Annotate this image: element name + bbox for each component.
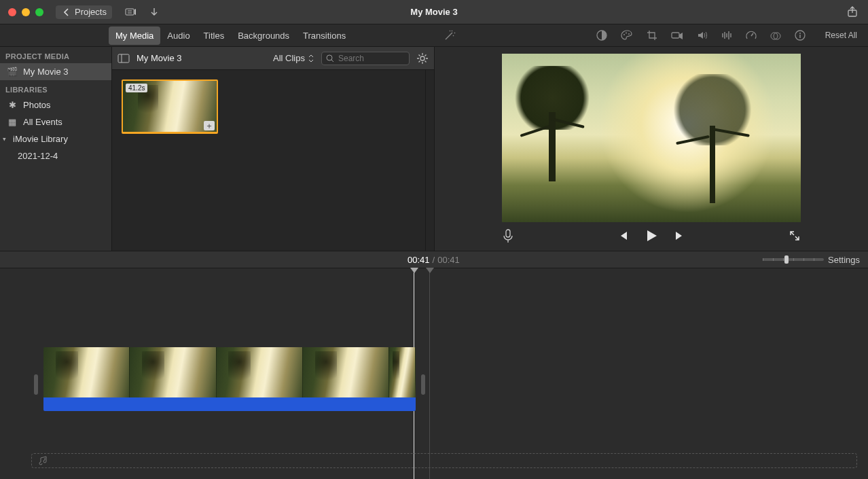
volume-button[interactable] bbox=[696, 29, 708, 41]
sidebar-item-label: Photos bbox=[23, 100, 50, 110]
svg-point-3 bbox=[623, 34, 625, 35]
info-icon bbox=[794, 29, 806, 41]
svg-point-13 bbox=[420, 56, 424, 60]
skip-forward-icon bbox=[674, 230, 686, 242]
tab-my-media[interactable]: My Media bbox=[109, 26, 160, 45]
speed-button[interactable] bbox=[745, 29, 757, 41]
zoom-controls: Settings bbox=[763, 255, 868, 265]
updown-chevron-icon bbox=[308, 54, 314, 63]
back-to-projects-button[interactable]: Projects bbox=[56, 5, 112, 19]
back-label: Projects bbox=[75, 7, 107, 17]
clip-browser: My Movie 3 All Clips 41.2s ＋ bbox=[112, 47, 435, 251]
upper-panels: PROJECT MEDIA 🎬 My Movie 3 LIBRARIES ✱ P… bbox=[0, 47, 868, 251]
range-marker[interactable] bbox=[429, 268, 430, 479]
color-correction-button[interactable] bbox=[620, 29, 634, 41]
sidebar-heading-project: PROJECT MEDIA bbox=[0, 47, 111, 63]
clip-duration-badge: 41.2s bbox=[126, 84, 147, 92]
timeline-info-bar: 00:41 / 00:41 Settings bbox=[0, 251, 868, 268]
browser-toolbar: My Movie 3 All Clips bbox=[112, 47, 434, 70]
sidebar-item-label: 2021-12-4 bbox=[18, 151, 58, 161]
window-title: My Movie 3 bbox=[410, 7, 457, 17]
add-clip-button[interactable]: ＋ bbox=[204, 121, 215, 130]
browser-divider[interactable] bbox=[425, 70, 426, 251]
play-icon bbox=[644, 228, 659, 243]
color-balance-icon bbox=[596, 29, 608, 41]
media-import-icon[interactable] bbox=[124, 6, 137, 18]
info-button[interactable] bbox=[794, 29, 806, 41]
skip-back-icon bbox=[617, 230, 629, 242]
prev-frame-button[interactable] bbox=[617, 230, 629, 242]
preview-panel bbox=[435, 47, 868, 251]
tab-transitions[interactable]: Transitions bbox=[296, 26, 352, 45]
total-time: 00:41 bbox=[437, 255, 460, 265]
crop-button[interactable] bbox=[646, 29, 658, 41]
svg-rect-0 bbox=[126, 9, 134, 15]
clip-filter-dropdown[interactable]: All Clips bbox=[273, 53, 314, 63]
timeline-panel[interactable] bbox=[0, 268, 868, 479]
tab-audio[interactable]: Audio bbox=[160, 26, 196, 45]
microphone-icon bbox=[502, 228, 514, 243]
search-field[interactable] bbox=[321, 52, 410, 65]
sidebar-toggle-icon[interactable] bbox=[117, 54, 130, 63]
clip-audio-track[interactable] bbox=[43, 397, 416, 411]
svg-point-4 bbox=[626, 33, 627, 34]
media-clip[interactable]: 41.2s ＋ bbox=[122, 79, 218, 134]
reset-all-button[interactable]: Reset All bbox=[818, 31, 857, 40]
clip-trim-handle-right[interactable] bbox=[421, 374, 425, 395]
sidebar-heading-libraries: LIBRARIES bbox=[0, 80, 111, 96]
sidebar-item-library-root[interactable]: ▸ iMovie Library bbox=[0, 130, 111, 147]
search-icon bbox=[326, 54, 334, 63]
flower-icon: ✱ bbox=[7, 100, 18, 110]
playback-controls bbox=[502, 222, 801, 249]
enhance-wand-button[interactable] bbox=[443, 29, 456, 42]
zoom-knob[interactable] bbox=[784, 255, 789, 264]
clapper-icon: 🎬 bbox=[7, 67, 18, 77]
fullscreen-button[interactable] bbox=[789, 230, 801, 242]
browser-title: My Movie 3 bbox=[137, 53, 181, 63]
noise-reduction-button[interactable] bbox=[721, 29, 733, 41]
sidebar-item-project[interactable]: 🎬 My Movie 3 bbox=[0, 63, 111, 80]
minimize-window-button[interactable] bbox=[22, 8, 30, 16]
disclosure-triangle-icon[interactable]: ▸ bbox=[1, 137, 8, 141]
title-bar: Projects My Movie 3 bbox=[0, 0, 868, 24]
maximize-window-button[interactable] bbox=[35, 8, 43, 16]
preview-viewport[interactable] bbox=[502, 54, 801, 222]
search-input[interactable] bbox=[338, 54, 398, 63]
sidebar-item-all-events[interactable]: ▦ All Events bbox=[0, 113, 111, 130]
download-arrow-icon[interactable] bbox=[149, 7, 160, 18]
stabilize-button[interactable] bbox=[670, 30, 684, 41]
svg-rect-6 bbox=[672, 33, 679, 38]
share-button[interactable] bbox=[846, 5, 858, 18]
tab-titles[interactable]: Titles bbox=[197, 26, 232, 45]
adjustment-tools: Reset All bbox=[435, 24, 868, 46]
tab-backgrounds[interactable]: Backgrounds bbox=[231, 26, 296, 45]
timeline-settings-button[interactable]: Settings bbox=[828, 255, 860, 265]
zoom-slider[interactable] bbox=[763, 258, 824, 261]
browser-settings-button[interactable] bbox=[416, 52, 429, 65]
speedometer-icon bbox=[745, 29, 757, 41]
sidebar-item-event[interactable]: 2021-12-4 bbox=[0, 147, 111, 164]
palette-icon bbox=[620, 29, 634, 41]
svg-point-5 bbox=[628, 33, 630, 35]
timeline-clip[interactable] bbox=[43, 347, 416, 411]
color-balance-button[interactable] bbox=[596, 29, 608, 41]
svg-rect-14 bbox=[506, 230, 510, 237]
sidebar-item-label: My Movie 3 bbox=[23, 67, 68, 77]
main-toolbar: My Media Audio Titles Backgrounds Transi… bbox=[0, 24, 868, 47]
background-music-track[interactable] bbox=[31, 453, 857, 468]
clip-trim-handle-left[interactable] bbox=[34, 374, 38, 395]
filters-button[interactable] bbox=[770, 29, 782, 41]
close-window-button[interactable] bbox=[8, 8, 16, 16]
expand-icon bbox=[789, 230, 801, 242]
voiceover-button[interactable] bbox=[502, 228, 514, 243]
music-note-icon bbox=[39, 456, 48, 465]
sidebar-item-photos[interactable]: ✱ Photos bbox=[0, 96, 111, 113]
window-controls bbox=[0, 8, 43, 16]
play-button[interactable] bbox=[644, 228, 659, 243]
clips-area[interactable]: 41.2s ＋ bbox=[112, 70, 434, 251]
preview-frame bbox=[502, 54, 801, 222]
volume-icon bbox=[696, 29, 708, 41]
crop-icon bbox=[646, 29, 658, 41]
sidebar-item-label: All Events bbox=[23, 117, 62, 127]
next-frame-button[interactable] bbox=[674, 230, 686, 242]
